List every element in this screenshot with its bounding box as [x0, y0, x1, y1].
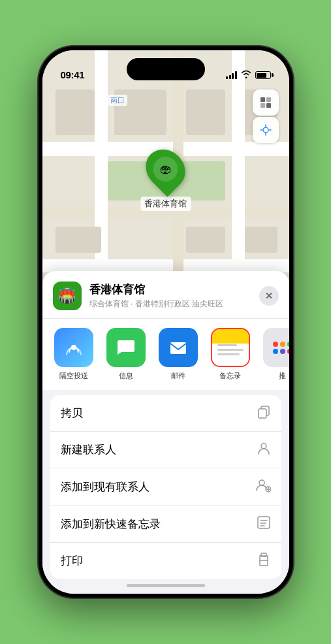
share-item-messages[interactable]: 信息 — [102, 328, 150, 381]
quicknote-icon — [257, 515, 271, 533]
location-header: 🏟️ 香港体育馆 综合体育馆 · 香港特别行政区 油尖旺区 ✕ — [42, 271, 289, 318]
svg-point-4 — [263, 127, 268, 133]
svg-point-14 — [259, 480, 264, 485]
status-time: 09:41 — [61, 69, 85, 80]
svg-point-13 — [261, 443, 266, 449]
more-dots-bottom — [273, 349, 289, 354]
messages-icon — [106, 328, 146, 367]
svg-rect-0 — [260, 97, 265, 102]
share-row: 隔空投送 信息 — [42, 318, 289, 390]
more-label: 推 — [279, 371, 286, 381]
signal-icon — [226, 71, 237, 79]
location-info: 香港体育馆 综合体育馆 · 香港特别行政区 油尖旺区 — [89, 282, 251, 310]
bottom-sheet: 🏟️ 香港体育馆 综合体育馆 · 香港特别行政区 油尖旺区 ✕ — [42, 271, 289, 594]
add-existing-icon — [255, 477, 271, 496]
action-add-existing[interactable]: 添加到现有联系人 — [50, 468, 281, 506]
dynamic-island — [127, 58, 205, 80]
print-icon — [257, 552, 271, 570]
phone-screen: 09:41 — [42, 50, 289, 594]
share-item-airdrop[interactable]: 隔空投送 — [50, 328, 97, 381]
action-copy-label: 拷贝 — [61, 406, 83, 421]
battery-icon — [255, 71, 271, 79]
action-print-label: 打印 — [61, 553, 83, 568]
airdrop-label: 隔空投送 — [59, 371, 88, 381]
svg-rect-22 — [260, 560, 268, 566]
action-add-quicknote-label: 添加到新快速备忘录 — [61, 517, 161, 532]
copy-icon — [257, 404, 271, 422]
map-controls — [253, 89, 279, 143]
location-icon-badge: 🏟️ — [53, 282, 82, 310]
mail-label: 邮件 — [171, 371, 185, 381]
more-icon — [263, 328, 289, 367]
location-emoji: 🏟️ — [58, 287, 76, 304]
new-contact-icon — [257, 441, 271, 459]
svg-rect-1 — [266, 97, 271, 102]
more-dots-top — [273, 342, 289, 347]
pin-inner: 🏟 — [153, 157, 178, 182]
location-name: 香港体育馆 — [89, 282, 251, 297]
notes-icon — [211, 328, 250, 367]
location-subtitle: 综合体育馆 · 香港特别行政区 油尖旺区 — [89, 298, 251, 310]
airdrop-icon — [54, 328, 93, 367]
svg-rect-23 — [261, 553, 266, 556]
notes-label: 备忘录 — [219, 371, 241, 381]
action-copy[interactable]: 拷贝 — [50, 395, 281, 432]
action-new-contact[interactable]: 新建联系人 — [50, 432, 281, 468]
share-item-mail[interactable]: 邮件 — [155, 328, 202, 381]
action-add-existing-label: 添加到现有联系人 — [61, 479, 150, 494]
svg-rect-12 — [259, 409, 266, 418]
svg-rect-10 — [170, 342, 186, 354]
action-new-contact-label: 新建联系人 — [61, 442, 116, 457]
action-add-quicknote[interactable]: 添加到新快速备忘录 — [50, 506, 281, 543]
svg-rect-2 — [260, 103, 265, 108]
location-button[interactable] — [253, 117, 279, 143]
svg-rect-3 — [266, 103, 271, 108]
wifi-icon — [241, 70, 251, 80]
phone-frame: 09:41 — [39, 46, 293, 598]
location-pin: 🏟 香港体育馆 — [140, 148, 191, 211]
pin-icon-shape: 🏟 — [138, 142, 193, 197]
messages-label: 信息 — [119, 371, 133, 381]
map-station-label: 南口 — [108, 95, 127, 106]
mail-icon — [159, 328, 198, 367]
action-list: 拷贝 新建联系人 — [50, 395, 281, 579]
share-item-more[interactable]: 推 — [259, 328, 289, 381]
svg-rect-18 — [258, 517, 270, 528]
status-icons — [226, 70, 271, 80]
home-indicator — [127, 584, 205, 587]
pin-label: 香港体育馆 — [140, 197, 191, 211]
close-button[interactable]: ✕ — [259, 286, 279, 306]
action-print[interactable]: 打印 — [50, 543, 281, 579]
map-type-button[interactable] — [253, 89, 279, 116]
share-item-notes[interactable]: 备忘录 — [207, 328, 254, 381]
